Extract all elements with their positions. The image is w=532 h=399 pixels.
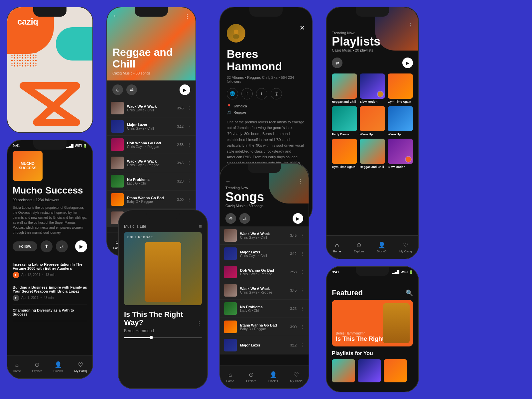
soul-reggae-label: SOUL REGGAE	[127, 235, 153, 239]
facebook-button[interactable]: f	[241, 88, 253, 99]
nav-home-p6[interactable]: ⌂ Home	[226, 371, 234, 383]
song-item-1[interactable]: Wack We A Wack Chris Gayle • Chill 3:45 …	[107, 99, 196, 117]
pty-item-3[interactable]	[384, 359, 407, 382]
pty-item-1[interactable]	[332, 359, 355, 382]
playlist-grid-item-3[interactable]: Gym Time Again	[388, 73, 413, 103]
playlist-grid-item-7[interactable]: Gym Time Again	[332, 139, 357, 169]
play-button[interactable]: ▶	[180, 84, 190, 95]
song-info-p6-3: Doh Wanna Go Bad Chris Gayle • Reggae	[240, 268, 287, 276]
song-dur-p6-3: 2:58	[290, 270, 297, 274]
song-more-p6-5[interactable]: ⋮	[300, 306, 305, 311]
song-item-p6-7[interactable]: Major Lazer 3:12 ⋮	[220, 336, 309, 354]
episode-title-2: Building a Business Empire with Family a…	[13, 285, 87, 293]
playlist-creator: Caziq Music • 30 songs	[112, 71, 190, 75]
playlist-label-2: Slow Motion	[360, 100, 385, 103]
song-item-5[interactable]: No Problems Lady G • Chill 3:23 ⋮	[107, 172, 196, 191]
progress-thumb[interactable]	[150, 336, 153, 339]
playlists-for-you-grid	[327, 356, 418, 385]
playlist-grid-item-9[interactable]: Slow Motion	[388, 139, 413, 169]
nav-explore-p6[interactable]: ⊙ Explore	[246, 371, 256, 383]
pty-item-2[interactable]	[358, 359, 381, 382]
song-more-6[interactable]: ⋮	[187, 197, 192, 202]
featured-card[interactable]: Beres Hammondmn Is This The Right Way?	[332, 300, 413, 346]
song-more-p6-4[interactable]: ⋮	[300, 288, 305, 293]
follow-button[interactable]: Follow	[13, 241, 37, 251]
shuffle-button[interactable]: ⇄	[56, 240, 68, 252]
playlist-grid-item-4[interactable]: Party Dance	[332, 106, 357, 136]
progress-track[interactable]	[124, 337, 202, 338]
playlist-grid-item-2[interactable]: Slow Motion	[360, 73, 385, 103]
song-more-p6-2[interactable]: ⋮	[300, 251, 305, 256]
song-item-p6-5[interactable]: No Problems Lady G • Chill 3:23 ⋮	[220, 300, 309, 318]
playlist-grid-item-6[interactable]: Warm Up	[388, 106, 413, 136]
shuffle-button-p6[interactable]: ⇄	[239, 213, 250, 224]
song-more-1[interactable]: ⋮	[187, 105, 192, 111]
nav-explore-p7[interactable]: ⊙ Explore	[354, 241, 364, 253]
home-icon: ⌂	[15, 361, 19, 368]
song-more-3[interactable]: ⋮	[187, 142, 192, 147]
back-button-p6[interactable]: ←	[225, 179, 231, 185]
featured-header: Featured 🔍	[327, 274, 418, 300]
bottom-navigation-p7: ⌂ Home ⊙ Explore 👤 BlockO ♡ My Caziq	[327, 235, 418, 259]
song-more-5[interactable]: ⋮	[187, 179, 192, 184]
nav-mycaziq-p7[interactable]: ♡ My Caziq	[399, 241, 412, 253]
song-item-p6-3[interactable]: Doh Wanna Go Bad Chris Gayle • Reggae 2:…	[220, 263, 309, 281]
playlist-grid-item-1[interactable]: Reggae and Chill	[332, 73, 357, 103]
song-more-4[interactable]: ⋮	[187, 160, 192, 166]
search-button[interactable]: 🔍	[406, 289, 413, 297]
episode-play-1[interactable]: ▶	[13, 272, 19, 278]
song-item-p6-6[interactable]: Etana Wanna Go Bad Baby O • Reggae 3:00 …	[220, 318, 309, 336]
nav-explore-label: Explore	[32, 369, 43, 373]
nav-explore[interactable]: ⊙ Explore	[32, 361, 43, 373]
back-button[interactable]: ←	[112, 13, 118, 20]
close-button[interactable]: ✕	[300, 24, 305, 32]
play-button-p7[interactable]: ▶	[402, 58, 413, 68]
song-item-p6-1[interactable]: Wack We A Wack Chris Gayle • Chill 3:45 …	[220, 226, 309, 245]
instagram-button[interactable]: ◎	[271, 88, 282, 99]
episode-dur-sep-1: •	[42, 273, 44, 277]
song-more-p6-3[interactable]: ⋮	[300, 269, 305, 275]
artist-genre: 🎵 Reggae	[220, 110, 312, 115]
song-item-6[interactable]: Etana Wanna Go Bad Baby O • Reggae 3:00 …	[107, 191, 196, 209]
signal-icon-p8: ▂▄█	[392, 270, 399, 274]
more-button-p7[interactable]: ⋮	[408, 22, 413, 28]
menu-icon[interactable]: ≡	[199, 223, 202, 229]
shuffle-button[interactable]: ⇄	[126, 84, 137, 95]
song-more-p6-6[interactable]: ⋮	[300, 324, 305, 330]
shuffle-button-p7[interactable]: ⇄	[332, 58, 342, 68]
playlist-grid-item-5[interactable]: Warm Up	[360, 106, 385, 136]
nav-home[interactable]: ⌂ Home	[13, 361, 21, 373]
action-buttons: Follow ⬆ ⇄ ▶	[13, 240, 87, 252]
more-button-p4[interactable]: ⋮	[194, 320, 202, 327]
playlist-thumb-9	[388, 139, 413, 164]
add-button-p6[interactable]: ⊕	[225, 213, 236, 224]
more-button[interactable]: ⋮	[184, 13, 190, 20]
add-to-library-button[interactable]: ⊕	[112, 84, 123, 95]
song-artist-3: Chris Gayle • Reggae	[127, 145, 174, 149]
song-more-2[interactable]: ⋮	[187, 124, 192, 129]
share-button[interactable]: ⬆	[41, 240, 53, 252]
twitter-button[interactable]: t	[256, 88, 267, 99]
song-more-p6-1[interactable]: ⋮	[300, 233, 305, 238]
song-item-p6-2[interactable]: Major Lazer Chris Gayle • Chill 3:12 ⋮	[220, 245, 309, 263]
song-item-4[interactable]: Wack We A Wack Chns Gayle • Reggae 3:45 …	[107, 154, 196, 172]
nav-home-p7[interactable]: ⌂ Home	[333, 242, 341, 253]
playlist-grid-item-8[interactable]: Reggae and Chill	[360, 139, 385, 169]
website-button[interactable]: 🌐	[227, 88, 238, 99]
episode-title-1: Increasing Latino Representation In The …	[13, 262, 87, 270]
nav-blocko[interactable]: 👤 BlockO	[54, 361, 63, 373]
song-item-3[interactable]: Doh Wanna Go Bad Chris Gayle • Reggae 2:…	[107, 136, 196, 154]
episode-play-2[interactable]: ▶	[13, 295, 19, 301]
nav-mycaziq-p6[interactable]: ♡ My Caziq	[290, 371, 303, 383]
playlist-label-5: Warm Up	[360, 133, 385, 136]
song-item-2[interactable]: Major Lazer Chris Gayle • Chill 3:12 ⋮	[107, 117, 196, 136]
nav-mycaziq[interactable]: ♡ My Caziq	[74, 361, 87, 373]
nav-blocko-p6[interactable]: 👤 BlockO	[268, 371, 278, 383]
play-button-p6[interactable]: ▶	[293, 213, 303, 224]
nav-blocko-p7[interactable]: 👤 BlockO	[377, 241, 386, 253]
play-button[interactable]: ▶	[75, 240, 87, 252]
song-item-p6-4[interactable]: Wack We A Wack Chris Gayle • Reggae 3:45…	[220, 281, 309, 300]
song-info-p6-2: Major Lazer Chris Gayle • Chill	[240, 250, 287, 258]
song-more-p6-7[interactable]: ⋮	[300, 342, 305, 348]
song-name-p6-5: No Problems	[240, 305, 287, 309]
